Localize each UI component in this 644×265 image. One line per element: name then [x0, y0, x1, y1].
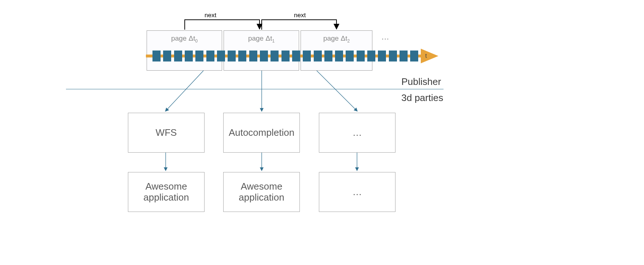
page-prefix-0: page Δt [171, 34, 195, 42]
page-box-0-label: page Δt0 [147, 34, 222, 44]
box-app-2: Awesome application [223, 172, 300, 212]
next-arrow-2-top [261, 19, 336, 20]
next-label-1: next [205, 12, 216, 19]
timeline-square [292, 51, 300, 61]
next-arrow-2-fall [336, 19, 337, 24]
timeline-square [303, 51, 311, 61]
timeline-square [367, 51, 375, 61]
next-arrow-2-rise [261, 19, 262, 30]
timeline-square [206, 51, 214, 61]
timeline-square [271, 51, 279, 61]
page-sub-2: 2 [347, 38, 350, 44]
timeline-square [152, 51, 161, 61]
timeline-square [185, 51, 193, 61]
timeline-square [238, 51, 246, 61]
timeline-square [217, 51, 225, 61]
timeline-square [357, 51, 365, 61]
page-prefix-1: page Δt [248, 34, 272, 42]
timeline-square [314, 51, 322, 61]
box-row1-ellipsis-label: … [353, 127, 362, 138]
timeline-square [400, 51, 408, 61]
next-arrow-1-rise [184, 19, 185, 30]
publisher-divider [66, 89, 444, 89]
svg-marker-0 [421, 49, 438, 63]
timeline-square [195, 51, 203, 61]
page-box-2-label: page Δt2 [301, 34, 372, 44]
timeline-arrowhead-icon [421, 49, 438, 63]
next-arrow-1-fall [259, 19, 260, 24]
box-wfs-label: WFS [156, 127, 177, 138]
page-box-1-label: page Δt1 [224, 34, 299, 44]
next-label-2: next [294, 12, 306, 19]
timeline-square [228, 51, 236, 61]
timeline-square [335, 51, 343, 61]
diagram-root: next next page Δt0 page Δt1 page Δt2 … t… [0, 0, 644, 265]
next-arrow-2-head [334, 24, 339, 30]
box-row2-ellipsis: … [319, 172, 395, 212]
box-row2-ellipsis-label: … [353, 187, 362, 198]
pages-ellipsis: … [381, 32, 389, 42]
timeline-square [346, 51, 354, 61]
timeline-square [281, 51, 290, 61]
svg-line-1 [166, 71, 203, 111]
svg-line-3 [317, 71, 357, 111]
page-sub-0: 0 [195, 38, 198, 44]
publisher-label: Publisher [401, 76, 441, 87]
timeline-square [260, 51, 268, 61]
timeline-square [410, 51, 418, 61]
timeline-square [324, 51, 332, 61]
page-prefix-2: page Δt [323, 34, 347, 42]
third-parties-label: 3d parties [401, 92, 443, 104]
timeline-t-label: t [425, 52, 427, 60]
timeline-square [249, 51, 257, 61]
box-row1-ellipsis: … [319, 113, 395, 153]
box-autocompletion-label: Autocompletion [229, 127, 294, 138]
box-wfs: WFS [128, 113, 205, 153]
timeline-square [378, 51, 386, 61]
box-app-1: Awesome application [128, 172, 205, 212]
timeline-square [389, 51, 397, 61]
timeline-square [163, 51, 171, 61]
page-sub-1: 1 [272, 38, 275, 44]
timeline-square [174, 51, 182, 61]
box-app-2-label: Awesome application [224, 181, 299, 203]
box-app-1-label: Awesome application [128, 181, 204, 203]
next-arrow-1-top [184, 19, 259, 20]
box-autocompletion: Autocompletion [223, 113, 300, 153]
